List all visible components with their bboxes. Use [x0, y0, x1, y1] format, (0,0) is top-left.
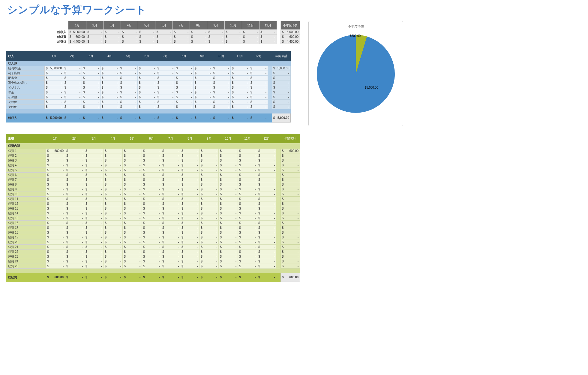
- data-cell[interactable]: -: [238, 225, 257, 230]
- data-cell[interactable]: -: [161, 240, 180, 245]
- year-cell[interactable]: -: [280, 249, 300, 254]
- data-cell[interactable]: -: [200, 177, 219, 182]
- data-cell[interactable]: -: [46, 163, 65, 168]
- data-cell[interactable]: -: [231, 76, 249, 80]
- data-cell[interactable]: -: [180, 240, 200, 245]
- data-cell[interactable]: -: [180, 173, 200, 177]
- data-cell[interactable]: -: [84, 254, 104, 259]
- summary-cell[interactable]: -: [207, 39, 224, 44]
- data-cell[interactable]: -: [200, 240, 219, 245]
- data-cell[interactable]: -: [84, 221, 104, 225]
- data-cell[interactable]: -: [65, 245, 84, 249]
- data-cell[interactable]: -: [161, 249, 180, 254]
- data-cell[interactable]: -: [123, 249, 142, 254]
- summary-cell[interactable]: -: [121, 39, 138, 44]
- data-cell[interactable]: -: [219, 177, 238, 182]
- data-cell[interactable]: -: [249, 100, 268, 104]
- data-cell[interactable]: -: [257, 177, 276, 182]
- summary-cell[interactable]: -: [224, 30, 242, 35]
- data-cell[interactable]: -: [200, 206, 219, 211]
- data-cell[interactable]: -: [231, 71, 249, 76]
- data-cell[interactable]: -: [200, 264, 219, 269]
- data-cell[interactable]: -: [104, 201, 123, 206]
- data-cell[interactable]: -: [219, 197, 238, 201]
- data-cell[interactable]: -: [175, 80, 194, 85]
- data-cell[interactable]: -: [231, 95, 249, 100]
- data-cell[interactable]: -: [212, 104, 231, 109]
- data-cell[interactable]: -: [119, 76, 138, 80]
- data-cell[interactable]: -: [123, 187, 142, 192]
- year-cell[interactable]: -: [280, 187, 300, 192]
- data-cell[interactable]: -: [84, 201, 104, 206]
- data-cell[interactable]: -: [104, 163, 123, 168]
- data-cell[interactable]: -: [219, 211, 238, 216]
- data-cell[interactable]: -: [100, 80, 119, 85]
- data-cell[interactable]: -: [257, 201, 276, 206]
- data-cell[interactable]: -: [142, 221, 161, 225]
- data-cell[interactable]: -: [257, 216, 276, 221]
- data-cell[interactable]: -: [219, 168, 238, 173]
- data-cell[interactable]: -: [180, 168, 200, 173]
- data-cell[interactable]: -: [142, 173, 161, 177]
- data-cell[interactable]: -: [161, 206, 180, 211]
- data-cell[interactable]: -: [65, 158, 84, 163]
- data-cell[interactable]: -: [104, 173, 123, 177]
- data-cell[interactable]: -: [46, 182, 65, 187]
- data-cell[interactable]: -: [119, 85, 138, 90]
- data-cell[interactable]: -: [138, 80, 156, 85]
- data-cell[interactable]: -: [175, 100, 194, 104]
- summary-year-cell[interactable]: 5,000.00: [281, 30, 300, 35]
- data-cell[interactable]: -: [65, 264, 84, 269]
- data-cell[interactable]: -: [84, 235, 104, 240]
- data-cell[interactable]: -: [219, 149, 238, 153]
- summary-year-cell[interactable]: 600.00: [281, 35, 300, 39]
- data-cell[interactable]: -: [238, 254, 257, 259]
- data-cell[interactable]: -: [100, 104, 119, 109]
- data-cell[interactable]: -: [238, 182, 257, 187]
- data-cell[interactable]: -: [200, 182, 219, 187]
- data-cell[interactable]: -: [84, 211, 104, 216]
- data-cell[interactable]: -: [65, 197, 84, 201]
- data-cell[interactable]: -: [84, 249, 104, 254]
- data-cell[interactable]: -: [249, 95, 268, 100]
- data-cell[interactable]: -: [142, 225, 161, 230]
- data-cell[interactable]: -: [194, 71, 212, 76]
- data-cell[interactable]: -: [180, 182, 200, 187]
- data-cell[interactable]: -: [65, 216, 84, 221]
- data-cell[interactable]: -: [84, 177, 104, 182]
- data-cell[interactable]: -: [231, 104, 249, 109]
- data-cell[interactable]: -: [180, 177, 200, 182]
- data-cell[interactable]: -: [200, 235, 219, 240]
- data-cell[interactable]: -: [84, 225, 104, 230]
- data-cell[interactable]: -: [142, 206, 161, 211]
- data-cell[interactable]: -: [142, 230, 161, 235]
- data-cell[interactable]: -: [82, 104, 100, 109]
- data-cell[interactable]: -: [46, 225, 65, 230]
- data-cell[interactable]: -: [100, 76, 119, 80]
- data-cell[interactable]: -: [238, 211, 257, 216]
- year-cell[interactable]: -: [280, 259, 300, 264]
- data-cell[interactable]: -: [142, 158, 161, 163]
- data-cell[interactable]: -: [194, 90, 212, 95]
- data-cell[interactable]: -: [46, 264, 65, 269]
- data-cell[interactable]: -: [46, 254, 65, 259]
- data-cell[interactable]: -: [123, 153, 142, 158]
- data-cell[interactable]: -: [212, 95, 231, 100]
- year-cell[interactable]: -: [280, 197, 300, 201]
- data-cell[interactable]: -: [82, 95, 100, 100]
- data-cell[interactable]: -: [200, 192, 219, 197]
- data-cell[interactable]: -: [257, 259, 276, 264]
- data-cell[interactable]: -: [45, 76, 63, 80]
- data-cell[interactable]: -: [161, 245, 180, 249]
- data-cell[interactable]: -: [100, 90, 119, 95]
- year-cell[interactable]: -: [280, 206, 300, 211]
- data-cell[interactable]: -: [231, 66, 249, 71]
- data-cell[interactable]: -: [175, 90, 194, 95]
- year-cell[interactable]: -: [280, 163, 300, 168]
- summary-cell[interactable]: -: [138, 39, 155, 44]
- data-cell[interactable]: -: [238, 163, 257, 168]
- data-cell[interactable]: -: [63, 76, 82, 80]
- year-cell[interactable]: -: [280, 177, 300, 182]
- data-cell[interactable]: -: [65, 182, 84, 187]
- data-cell[interactable]: -: [123, 230, 142, 235]
